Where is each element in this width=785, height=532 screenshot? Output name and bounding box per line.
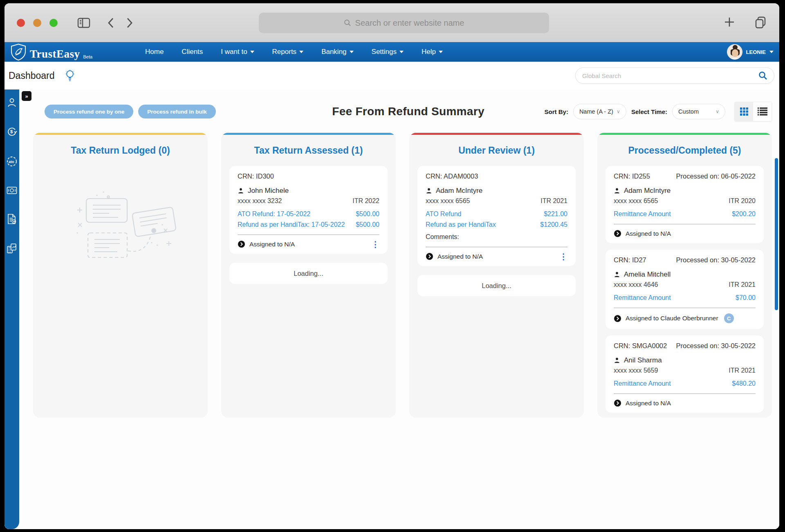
assign-arrow-icon[interactable] — [426, 253, 433, 260]
refund-card[interactable]: CRN: SMGA0002 Processed on: 30-05-2022 A… — [606, 335, 764, 413]
column-under-review: Under Review (1) CRN: ADAM0003 Adam McIn… — [409, 133, 584, 418]
list-icon — [758, 107, 767, 116]
assign-arrow-icon[interactable] — [614, 230, 621, 237]
divider — [238, 235, 379, 235]
chevron-left-icon — [107, 17, 115, 29]
refund-card[interactable]: CRN: ADAM0003 Adam McIntyre xxxx xxxx 65… — [417, 166, 576, 266]
divider — [426, 247, 567, 247]
itr-year: ITR 2021 — [729, 281, 756, 288]
minimize-window-button[interactable] — [33, 19, 41, 27]
close-window-button[interactable] — [17, 19, 25, 27]
comments-label: Comments: — [426, 233, 567, 241]
browser-sidebar-toggle-button[interactable] — [76, 17, 91, 29]
remittance-label: Remittance Amount — [614, 380, 671, 387]
page-title: Dashboard — [9, 70, 55, 81]
nav-item-clients[interactable]: Clients — [182, 48, 203, 56]
masked-account: xxxx xxxx 6565 — [614, 197, 658, 205]
tab-overview-button[interactable] — [754, 16, 767, 30]
address-bar[interactable]: Search or enter website name — [259, 13, 549, 33]
card-menu-button[interactable]: ⋮ — [371, 241, 379, 247]
assigned-to: Assigned to N/A — [249, 241, 295, 248]
subheader: Dashboard — [4, 62, 779, 89]
processed-on: Processed on: 30-05-2022 — [676, 256, 756, 264]
column-header: Under Review (1) — [417, 145, 576, 156]
ato-icon[interactable]: ato — [6, 156, 18, 167]
crn-value: CRN: ID300 — [238, 172, 274, 180]
assigned-to: Assigned to N/A — [626, 230, 671, 237]
traffic-lights — [17, 19, 58, 27]
remittance-amount: $200.20 — [732, 210, 756, 218]
column-scrollbar[interactable] — [775, 158, 778, 310]
caret-down-icon — [350, 51, 354, 53]
user-menu[interactable]: LEONIE — [727, 44, 774, 60]
tax-calculator-icon[interactable] — [7, 243, 17, 254]
remittance-amount: $70.00 — [736, 294, 756, 302]
refund-card[interactable]: CRN: ID27 Processed on: 30-05-2022 Ameli… — [606, 250, 764, 329]
assign-arrow-icon[interactable] — [614, 315, 621, 322]
person-icon — [614, 188, 620, 194]
collapsed-sidebar: $ ato — [4, 89, 19, 529]
remittance-label: Remittance Amount — [614, 294, 671, 302]
caret-down-icon — [399, 51, 404, 53]
assigned-to: Assigned to N/A — [626, 400, 671, 407]
refund-card[interactable]: CRN: ID255 Processed on: 06-05-2022 Adam… — [606, 166, 764, 243]
nav-item-banking[interactable]: Banking — [321, 48, 353, 56]
sidebar-panel-icon — [76, 17, 91, 29]
report-download-icon[interactable] — [7, 214, 17, 224]
payments-icon[interactable] — [7, 186, 17, 195]
masked-account: xxxx xxxx 3232 — [238, 197, 282, 205]
select-time-label: Select Time: — [631, 108, 667, 115]
refund-card[interactable]: CRN: ID300 John Michele xxxx xxxx 3232 I… — [229, 166, 388, 254]
caret-down-icon — [439, 51, 443, 53]
itr-year: ITR 2021 — [729, 367, 756, 374]
masked-account: xxxx xxxx 5659 — [614, 367, 658, 374]
sidebar-expand-button[interactable]: » — [22, 91, 31, 101]
column-header: Tax Return Lodged (0) — [41, 145, 200, 156]
browser-chrome: Search or enter website name — [4, 3, 779, 42]
clients-icon[interactable] — [7, 98, 17, 107]
global-search — [575, 67, 774, 84]
grid-view-button[interactable] — [735, 102, 753, 121]
refund-cycle-icon[interactable]: $ — [7, 126, 17, 137]
lightbulb-tip-icon[interactable] — [65, 69, 75, 82]
nav-item-help[interactable]: Help — [422, 48, 443, 56]
board-title: Fee From Refund Summary — [332, 105, 484, 118]
global-search-input[interactable] — [582, 72, 758, 79]
sort-by-select[interactable]: Name (A - Z)∨ — [573, 104, 626, 119]
empty-state-illustration — [41, 181, 200, 270]
person-icon — [614, 357, 620, 364]
nav-item-reports[interactable]: Reports — [272, 48, 304, 56]
nav-menu: Home Clients I want to Reports Banking S… — [145, 48, 443, 56]
process-refund-one-by-one-button[interactable]: Process refund one by one — [45, 105, 133, 118]
forward-button[interactable] — [126, 17, 134, 29]
process-refund-in-bulk-button[interactable]: Process refund in bulk — [138, 105, 216, 118]
select-time-select[interactable]: Custom∨ — [672, 104, 725, 119]
assign-arrow-icon[interactable] — [614, 399, 621, 407]
plus-icon — [724, 16, 735, 28]
browser-window: Search or enter website name — [4, 3, 779, 529]
search-icon — [344, 19, 351, 27]
back-button[interactable] — [107, 17, 115, 29]
brand[interactable]: TrustEasy Beta — [10, 43, 145, 60]
nav-item-home[interactable]: Home — [145, 48, 164, 56]
nav-item-settings[interactable]: Settings — [372, 48, 404, 56]
caret-down-icon — [250, 51, 254, 53]
crn-value: CRN: ID255 — [614, 172, 650, 180]
crn-value: CRN: SMGA0002 — [614, 342, 667, 350]
refund-label: Refund as per HandiTax — [426, 221, 496, 228]
board-toolbar: Process refund one by one Process refund… — [33, 102, 772, 121]
trusteasy-shield-logo-icon — [10, 43, 27, 60]
loading-card: Loading... — [229, 263, 388, 284]
search-icon[interactable] — [758, 71, 767, 80]
assign-arrow-icon[interactable] — [238, 240, 245, 248]
card-menu-button[interactable]: ⋮ — [559, 254, 567, 259]
new-tab-button[interactable] — [724, 16, 735, 29]
client-name: Amelia Mitchell — [624, 270, 671, 279]
processed-on: Processed on: 06-05-2022 — [676, 172, 756, 180]
nav-item-i-want-to[interactable]: I want to — [221, 48, 254, 56]
refund-amount: $500.00 — [356, 210, 379, 218]
zoom-window-button[interactable] — [49, 19, 58, 27]
list-view-button[interactable] — [753, 102, 772, 121]
divider — [614, 393, 756, 394]
chevron-down-icon: ∨ — [715, 109, 719, 114]
